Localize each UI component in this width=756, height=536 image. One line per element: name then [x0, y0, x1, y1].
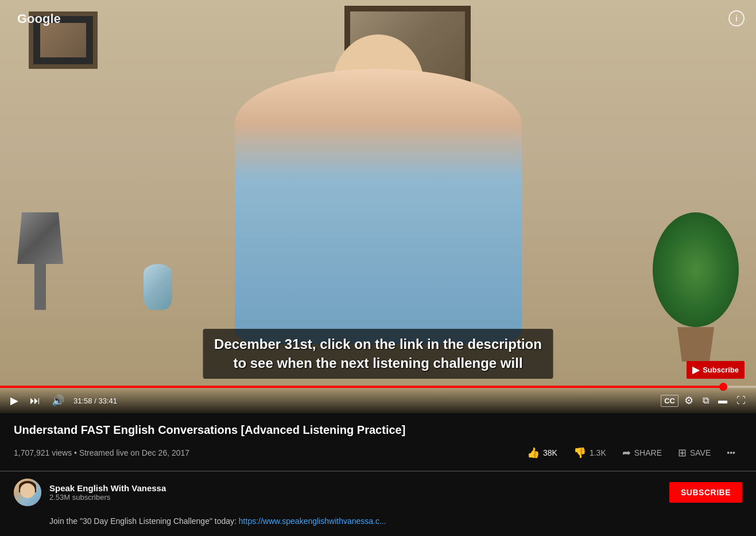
avatar-image — [14, 479, 41, 506]
more-button[interactable]: ••• — [720, 444, 742, 462]
channel-row: Speak English With Vanessa 2.53M subscri… — [0, 472, 756, 513]
description-text: Join the "30 Day English Listening Chall… — [49, 516, 239, 526]
theater-button[interactable]: ▬ — [715, 393, 731, 408]
presenter — [235, 69, 522, 344]
dislike-count: 1.3K — [590, 448, 606, 457]
time-display: 31:58 / 33:41 — [73, 397, 117, 405]
plant — [653, 212, 739, 356]
save-label: SAVE — [690, 448, 711, 457]
more-icon: ••• — [727, 448, 735, 457]
info-button[interactable]: i — [728, 10, 745, 26]
subtitle-text-line2: to see when the next listening challenge… — [214, 354, 542, 373]
decorative-vase — [144, 264, 172, 310]
like-count: 38K — [543, 448, 557, 457]
video-title: Understand FAST English Conversations [A… — [14, 422, 742, 437]
google-watermark: Google — [17, 11, 61, 26]
meta-row: 1,707,921 views • Streamed live on Dec 2… — [14, 442, 742, 464]
stream-info: • — [74, 448, 79, 457]
thumbs-down-icon: 👎 — [573, 446, 586, 459]
settings-button[interactable]: ⚙ — [681, 392, 697, 409]
action-buttons: 👍 38K 👎 1.3K ➦ SHARE ⊞ SAVE ••• — [520, 442, 742, 464]
total-time: 33:41 — [98, 397, 117, 405]
subtitle-overlay: December 31st, click on the link in the … — [203, 329, 553, 379]
channel-subscribers: 2.53M subscribers — [49, 493, 661, 502]
video-description: Join the "30 Day English Listening Chall… — [0, 513, 756, 536]
fullscreen-button[interactable]: ⛶ — [733, 393, 749, 408]
save-button[interactable]: ⊞ SAVE — [671, 442, 718, 464]
cc-button[interactable]: CC — [661, 395, 679, 407]
channel-name[interactable]: Speak English With Vanessa — [49, 483, 661, 493]
subscribe-overlay-label: Subscribe — [703, 366, 739, 374]
views-info: 1,707,921 views • Streamed live on Dec 2… — [14, 448, 189, 457]
youtube-icon: ▶ — [692, 364, 699, 375]
subscribe-button[interactable]: SUBSCRIBE — [669, 482, 742, 503]
share-icon: ➦ — [622, 446, 631, 459]
volume-button[interactable]: 🔊 — [48, 392, 68, 409]
channel-avatar[interactable] — [14, 479, 41, 506]
miniplayer-button[interactable]: ⧉ — [699, 393, 712, 408]
video-player[interactable]: Google i December 31st, click on the lin… — [0, 0, 756, 413]
right-controls: CC ⚙ ⧉ ▬ ⛶ — [661, 392, 749, 409]
lamp — [17, 212, 63, 310]
channel-info: Speak English With Vanessa 2.53M subscri… — [49, 483, 661, 502]
controls-bar: ▶ ⏭ 🔊 31:58 / 33:41 CC ⚙ ⧉ ▬ ⛶ — [0, 388, 756, 413]
view-count: 1,707,921 views — [14, 448, 72, 457]
subtitle-text-line1: December 31st, click on the link in the … — [214, 335, 542, 354]
subscribe-overlay-button[interactable]: ▶ Subscribe — [687, 361, 745, 379]
stream-date: Streamed live on Dec 26, 2017 — [79, 448, 189, 457]
description-link[interactable]: https://www.speakenglishwithvanessa.c... — [239, 516, 386, 526]
play-button[interactable]: ▶ — [7, 392, 22, 409]
share-button[interactable]: ➦ SHARE — [615, 442, 669, 464]
like-button[interactable]: 👍 38K — [520, 442, 564, 464]
avatar-face — [20, 483, 35, 498]
next-button[interactable]: ⏭ — [26, 393, 44, 409]
save-icon: ⊞ — [678, 446, 687, 459]
video-metadata: Understand FAST English Conversations [A… — [0, 413, 756, 471]
share-label: SHARE — [634, 448, 662, 457]
thumbs-up-icon: 👍 — [527, 446, 540, 459]
current-time: 31:58 — [73, 397, 92, 405]
dislike-button[interactable]: 👎 1.3K — [567, 442, 613, 464]
